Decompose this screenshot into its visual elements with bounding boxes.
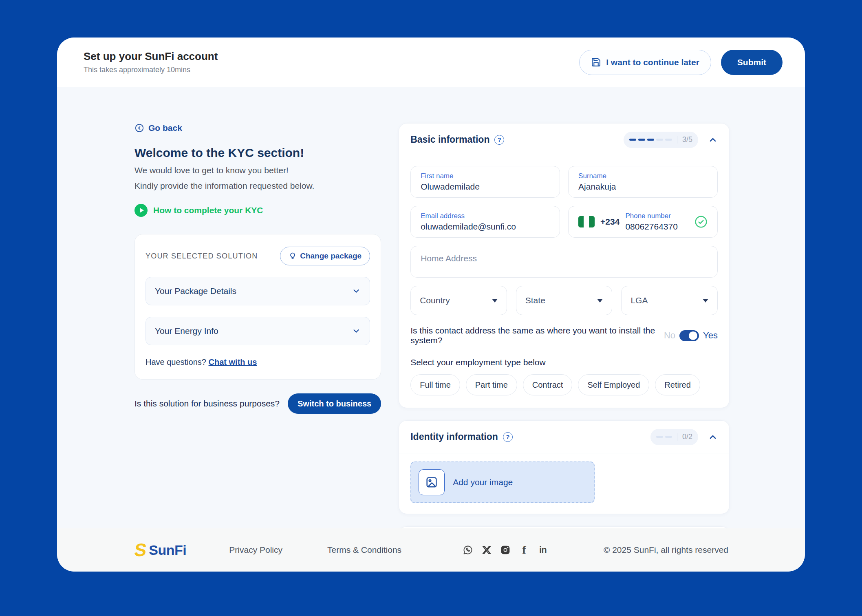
- toggle-yes-label: Yes: [703, 330, 718, 341]
- basic-progress-label: 3/5: [682, 135, 692, 144]
- home-address-input[interactable]: Home Address: [410, 246, 718, 278]
- chip-self-employed[interactable]: Self Employed: [578, 374, 649, 395]
- phone-value: 08062764370: [625, 222, 677, 232]
- identity-collapse-button[interactable]: [708, 432, 718, 442]
- toggle-no-label: No: [664, 330, 675, 341]
- change-package-label: Change package: [300, 252, 362, 261]
- social-icons: f in: [462, 544, 549, 556]
- identity-information-section: Identity information ? 0/2: [399, 420, 730, 514]
- page-subtitle: This takes approximately 10mins: [84, 66, 218, 74]
- country-placeholder: Country: [420, 296, 450, 305]
- x-twitter-icon[interactable]: [481, 544, 492, 556]
- caret-down-icon: [703, 299, 708, 302]
- instagram-icon[interactable]: [500, 544, 511, 556]
- surname-value: Ajanakuja: [578, 182, 708, 192]
- facebook-icon[interactable]: f: [518, 544, 530, 556]
- check-circle-icon: [694, 215, 708, 228]
- business-purpose-row: Is this solution for business purposes? …: [134, 393, 381, 414]
- lga-placeholder: LGA: [631, 296, 648, 305]
- basic-collapse-button[interactable]: [708, 135, 718, 145]
- state-select[interactable]: State: [516, 286, 613, 315]
- chevron-up-icon: [708, 432, 718, 442]
- continue-later-label: I want to continue later: [606, 57, 699, 67]
- email-value: oluwademilade@sunfi.co: [421, 222, 550, 232]
- sunfi-logo-text: SunFi: [149, 542, 186, 558]
- help-icon[interactable]: ?: [494, 135, 504, 145]
- phone-field[interactable]: +234 Phone number 08062764370: [568, 206, 718, 238]
- welcome-line-1: We would love to get to know you better!: [134, 166, 381, 175]
- main-content: Go back Welcome to the KYC section! We w…: [57, 87, 805, 528]
- surname-label: Surname: [578, 172, 708, 180]
- whatsapp-icon[interactable]: [462, 544, 474, 556]
- header-titles: Set up your SunFi account This takes app…: [84, 50, 218, 74]
- employment-type-chips: Full time Part time Contract Self Employ…: [410, 374, 718, 395]
- back-circle-icon: [134, 123, 144, 133]
- chip-part-time[interactable]: Part time: [466, 374, 517, 395]
- address-same-question: Is this contact address the same as wher…: [410, 326, 664, 345]
- form-panel: Basic information ? 3/5: [399, 123, 730, 528]
- surname-field[interactable]: Surname Ajanakuja: [568, 166, 718, 198]
- solution-card-header: YOUR SELECTED SOLUTION Change package: [146, 247, 370, 265]
- email-label: Email address: [421, 212, 550, 220]
- linkedin-icon[interactable]: in: [537, 544, 549, 556]
- address-same-toggle[interactable]: [679, 330, 699, 341]
- package-details-accordion[interactable]: Your Package Details: [146, 277, 370, 305]
- first-name-field[interactable]: First name Oluwademilade: [410, 166, 560, 198]
- caret-down-icon: [597, 299, 603, 302]
- address-same-row: Is this contact address the same as wher…: [410, 326, 718, 345]
- privacy-policy-link[interactable]: Privacy Policy: [229, 545, 282, 555]
- basic-information-body: First name Oluwademilade Surname Ajanaku…: [399, 156, 729, 408]
- app-window: Set up your SunFi account This takes app…: [57, 38, 805, 572]
- sunfi-logo: S SunFi: [134, 541, 186, 559]
- page-title: Set up your SunFi account: [84, 50, 218, 63]
- sunfi-logo-icon: S: [133, 541, 148, 559]
- save-icon: [591, 57, 601, 67]
- switch-to-business-button[interactable]: Switch to business: [288, 393, 381, 414]
- image-icon: [419, 469, 445, 495]
- country-select[interactable]: Country: [410, 286, 507, 315]
- package-details-label: Your Package Details: [155, 286, 236, 296]
- help-icon[interactable]: ?: [503, 432, 513, 442]
- lightbulb-icon: [289, 252, 297, 260]
- email-field[interactable]: Email address oluwademilade@sunfi.co: [410, 206, 560, 238]
- chat-with-us-link[interactable]: Chat with us: [209, 358, 257, 367]
- play-icon: [134, 204, 148, 217]
- add-image-upload[interactable]: Add your image: [410, 461, 595, 503]
- nigeria-flag-icon: [578, 216, 595, 227]
- chevron-down-icon: [352, 327, 361, 336]
- continue-later-button[interactable]: I want to continue later: [579, 50, 711, 75]
- selected-solution-card: YOUR SELECTED SOLUTION Change package Yo…: [134, 234, 381, 380]
- welcome-line-2: Kindly provide the information requested…: [134, 181, 381, 191]
- chip-contract[interactable]: Contract: [523, 374, 573, 395]
- caret-down-icon: [492, 299, 498, 302]
- copyright-text: © 2025 SunFi, all rights reserved: [604, 545, 728, 555]
- how-to-label: How to complete your KYC: [153, 205, 263, 215]
- selected-solution-label: YOUR SELECTED SOLUTION: [146, 252, 258, 261]
- identity-information-title: Identity information: [410, 431, 498, 442]
- basic-information-section: Basic information ? 3/5: [399, 123, 730, 408]
- how-to-complete-kyc-link[interactable]: How to complete your KYC: [134, 204, 381, 217]
- submit-button[interactable]: Submit: [721, 50, 783, 75]
- basic-information-header: Basic information ? 3/5: [399, 124, 729, 156]
- identity-progress-label: 0/2: [682, 433, 692, 441]
- chevron-down-icon: [352, 287, 361, 296]
- chip-full-time[interactable]: Full time: [410, 374, 460, 395]
- left-panel: Go back Welcome to the KYC section! We w…: [134, 123, 381, 528]
- chip-retired[interactable]: Retired: [655, 374, 700, 395]
- first-name-label: First name: [421, 172, 550, 180]
- phone-label: Phone number: [625, 212, 677, 220]
- top-header: Set up your SunFi account This takes app…: [57, 38, 805, 87]
- welcome-heading: Welcome to the KYC section!: [134, 146, 381, 160]
- identity-progress-indicator: 0/2: [650, 429, 698, 445]
- have-questions-label: Have questions?: [146, 358, 206, 367]
- lga-select[interactable]: LGA: [621, 286, 718, 315]
- go-back-label: Go back: [148, 123, 182, 133]
- energy-info-accordion[interactable]: Your Energy Info: [146, 317, 370, 345]
- go-back-link[interactable]: Go back: [134, 123, 182, 133]
- first-name-value: Oluwademilade: [421, 182, 550, 192]
- business-purpose-question: Is this solution for business purposes?: [134, 399, 280, 408]
- terms-conditions-link[interactable]: Terms & Conditions: [327, 545, 401, 555]
- energy-info-label: Your Energy Info: [155, 326, 218, 336]
- change-package-button[interactable]: Change package: [280, 247, 370, 265]
- basic-information-title: Basic information: [410, 134, 489, 145]
